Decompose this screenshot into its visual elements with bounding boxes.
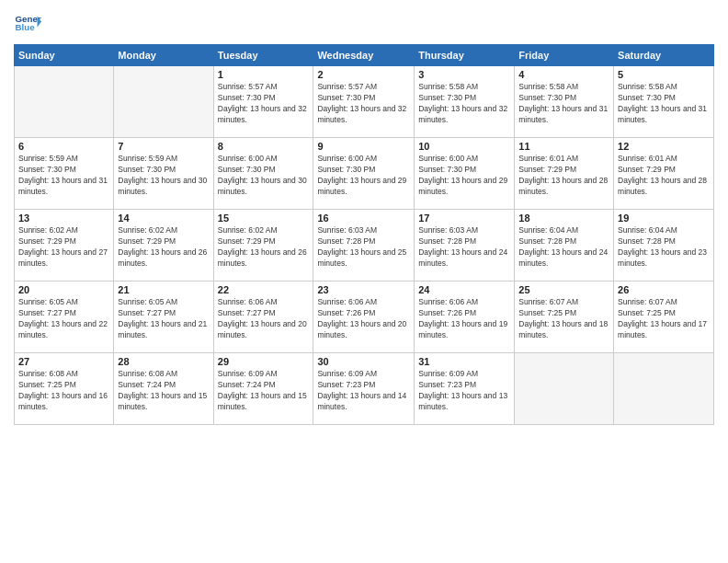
- day-info: Sunrise: 6:07 AM Sunset: 7:25 PM Dayligh…: [518, 297, 609, 341]
- day-number: 10: [418, 141, 510, 152]
- day-cell: 13Sunrise: 6:02 AM Sunset: 7:29 PM Dayli…: [15, 210, 114, 282]
- day-number: 1: [218, 69, 310, 80]
- day-cell: 27Sunrise: 6:08 AM Sunset: 7:25 PM Dayli…: [15, 353, 114, 425]
- day-cell: 12Sunrise: 6:01 AM Sunset: 7:29 PM Dayli…: [614, 138, 714, 210]
- day-cell: [114, 66, 213, 138]
- day-info: Sunrise: 6:06 AM Sunset: 7:26 PM Dayligh…: [317, 297, 410, 341]
- day-cell: 21Sunrise: 6:05 AM Sunset: 7:27 PM Dayli…: [114, 282, 213, 353]
- day-cell: 6Sunrise: 5:59 AM Sunset: 7:30 PM Daylig…: [15, 138, 114, 210]
- day-info: Sunrise: 6:09 AM Sunset: 7:24 PM Dayligh…: [218, 369, 310, 413]
- day-info: Sunrise: 6:05 AM Sunset: 7:27 PM Dayligh…: [118, 297, 209, 341]
- day-cell: 1Sunrise: 5:57 AM Sunset: 7:30 PM Daylig…: [213, 66, 313, 138]
- weekday-header-saturday: Saturday: [614, 45, 714, 66]
- day-cell: 19Sunrise: 6:04 AM Sunset: 7:28 PM Dayli…: [614, 210, 714, 282]
- day-info: Sunrise: 6:02 AM Sunset: 7:29 PM Dayligh…: [118, 225, 209, 270]
- day-number: 20: [18, 284, 109, 295]
- day-info: Sunrise: 6:06 AM Sunset: 7:27 PM Dayligh…: [218, 297, 310, 341]
- day-info: Sunrise: 6:07 AM Sunset: 7:25 PM Dayligh…: [618, 297, 710, 341]
- day-number: 5: [618, 69, 710, 80]
- day-info: Sunrise: 5:58 AM Sunset: 7:30 PM Dayligh…: [518, 82, 609, 126]
- day-cell: 10Sunrise: 6:00 AM Sunset: 7:30 PM Dayli…: [415, 138, 515, 210]
- day-cell: 30Sunrise: 6:09 AM Sunset: 7:23 PM Dayli…: [313, 353, 415, 425]
- day-cell: 2Sunrise: 5:57 AM Sunset: 7:30 PM Daylig…: [313, 66, 415, 138]
- day-number: 17: [418, 213, 510, 224]
- weekday-header-monday: Monday: [114, 45, 213, 66]
- day-number: 6: [18, 141, 109, 152]
- day-number: 2: [317, 69, 410, 80]
- day-info: Sunrise: 6:09 AM Sunset: 7:23 PM Dayligh…: [317, 369, 410, 413]
- day-cell: 3Sunrise: 5:58 AM Sunset: 7:30 PM Daylig…: [415, 66, 515, 138]
- day-cell: 11Sunrise: 6:01 AM Sunset: 7:29 PM Dayli…: [515, 138, 614, 210]
- day-cell: 9Sunrise: 6:00 AM Sunset: 7:30 PM Daylig…: [313, 138, 415, 210]
- day-cell: [15, 66, 114, 138]
- day-number: 7: [118, 141, 209, 152]
- day-info: Sunrise: 5:58 AM Sunset: 7:30 PM Dayligh…: [418, 82, 510, 126]
- day-info: Sunrise: 6:05 AM Sunset: 7:27 PM Dayligh…: [18, 297, 109, 341]
- week-row-4: 20Sunrise: 6:05 AM Sunset: 7:27 PM Dayli…: [15, 282, 714, 353]
- day-info: Sunrise: 6:03 AM Sunset: 7:28 PM Dayligh…: [418, 225, 510, 270]
- weekday-header-tuesday: Tuesday: [213, 45, 313, 66]
- day-number: 9: [317, 141, 410, 152]
- day-cell: 8Sunrise: 6:00 AM Sunset: 7:30 PM Daylig…: [213, 138, 313, 210]
- day-info: Sunrise: 6:08 AM Sunset: 7:24 PM Dayligh…: [118, 369, 209, 413]
- day-info: Sunrise: 5:57 AM Sunset: 7:30 PM Dayligh…: [317, 82, 410, 126]
- week-row-5: 27Sunrise: 6:08 AM Sunset: 7:25 PM Dayli…: [15, 353, 714, 425]
- day-number: 11: [518, 141, 609, 152]
- day-number: 12: [618, 141, 710, 152]
- day-number: 30: [317, 356, 410, 367]
- day-info: Sunrise: 5:58 AM Sunset: 7:30 PM Dayligh…: [618, 82, 710, 126]
- day-number: 31: [418, 356, 510, 367]
- calendar-container: General Blue SundayMondayTuesdayWednesda…: [0, 0, 728, 563]
- day-info: Sunrise: 6:00 AM Sunset: 7:30 PM Dayligh…: [418, 154, 510, 198]
- day-cell: 31Sunrise: 6:09 AM Sunset: 7:23 PM Dayli…: [415, 353, 515, 425]
- weekday-header-wednesday: Wednesday: [313, 45, 415, 66]
- day-cell: 29Sunrise: 6:09 AM Sunset: 7:24 PM Dayli…: [213, 353, 313, 425]
- day-number: 16: [317, 213, 410, 224]
- day-info: Sunrise: 6:06 AM Sunset: 7:26 PM Dayligh…: [418, 297, 510, 341]
- day-info: Sunrise: 5:59 AM Sunset: 7:30 PM Dayligh…: [118, 154, 209, 198]
- week-row-1: 1Sunrise: 5:57 AM Sunset: 7:30 PM Daylig…: [15, 66, 714, 138]
- day-cell: 7Sunrise: 5:59 AM Sunset: 7:30 PM Daylig…: [114, 138, 213, 210]
- day-number: 22: [218, 284, 310, 295]
- day-info: Sunrise: 5:57 AM Sunset: 7:30 PM Dayligh…: [218, 82, 310, 126]
- day-number: 3: [418, 69, 510, 80]
- day-cell: [515, 353, 614, 425]
- day-number: 14: [118, 213, 209, 224]
- day-cell: 18Sunrise: 6:04 AM Sunset: 7:28 PM Dayli…: [515, 210, 614, 282]
- day-info: Sunrise: 6:04 AM Sunset: 7:28 PM Dayligh…: [518, 225, 609, 270]
- logo: General Blue: [14, 9, 41, 37]
- day-number: 23: [317, 284, 410, 295]
- day-number: 4: [518, 69, 609, 80]
- day-number: 24: [418, 284, 510, 295]
- day-cell: 17Sunrise: 6:03 AM Sunset: 7:28 PM Dayli…: [415, 210, 515, 282]
- week-row-3: 13Sunrise: 6:02 AM Sunset: 7:29 PM Dayli…: [15, 210, 714, 282]
- header: General Blue: [14, 9, 714, 37]
- day-info: Sunrise: 6:09 AM Sunset: 7:23 PM Dayligh…: [418, 369, 510, 413]
- day-cell: 23Sunrise: 6:06 AM Sunset: 7:26 PM Dayli…: [313, 282, 415, 353]
- day-info: Sunrise: 6:03 AM Sunset: 7:28 PM Dayligh…: [317, 225, 410, 270]
- weekday-header-thursday: Thursday: [415, 45, 515, 66]
- day-info: Sunrise: 6:08 AM Sunset: 7:25 PM Dayligh…: [18, 369, 109, 413]
- day-cell: 15Sunrise: 6:02 AM Sunset: 7:29 PM Dayli…: [213, 210, 313, 282]
- day-cell: 20Sunrise: 6:05 AM Sunset: 7:27 PM Dayli…: [15, 282, 114, 353]
- day-number: 28: [118, 356, 209, 367]
- day-info: Sunrise: 5:59 AM Sunset: 7:30 PM Dayligh…: [18, 154, 109, 198]
- weekday-header-sunday: Sunday: [15, 45, 114, 66]
- day-cell: 14Sunrise: 6:02 AM Sunset: 7:29 PM Dayli…: [114, 210, 213, 282]
- logo-icon: General Blue: [14, 9, 41, 37]
- day-cell: 28Sunrise: 6:08 AM Sunset: 7:24 PM Dayli…: [114, 353, 213, 425]
- day-info: Sunrise: 6:00 AM Sunset: 7:30 PM Dayligh…: [218, 154, 310, 198]
- day-info: Sunrise: 6:01 AM Sunset: 7:29 PM Dayligh…: [518, 154, 609, 198]
- day-number: 13: [18, 213, 109, 224]
- day-info: Sunrise: 6:01 AM Sunset: 7:29 PM Dayligh…: [618, 154, 710, 198]
- day-cell: 22Sunrise: 6:06 AM Sunset: 7:27 PM Dayli…: [213, 282, 313, 353]
- day-number: 18: [518, 213, 609, 224]
- day-cell: [614, 353, 714, 425]
- calendar-table: SundayMondayTuesdayWednesdayThursdayFrid…: [14, 44, 714, 425]
- day-number: 25: [518, 284, 609, 295]
- day-cell: 26Sunrise: 6:07 AM Sunset: 7:25 PM Dayli…: [614, 282, 714, 353]
- svg-text:Blue: Blue: [16, 22, 36, 32]
- day-cell: 16Sunrise: 6:03 AM Sunset: 7:28 PM Dayli…: [313, 210, 415, 282]
- day-number: 21: [118, 284, 209, 295]
- day-info: Sunrise: 6:00 AM Sunset: 7:30 PM Dayligh…: [317, 154, 410, 198]
